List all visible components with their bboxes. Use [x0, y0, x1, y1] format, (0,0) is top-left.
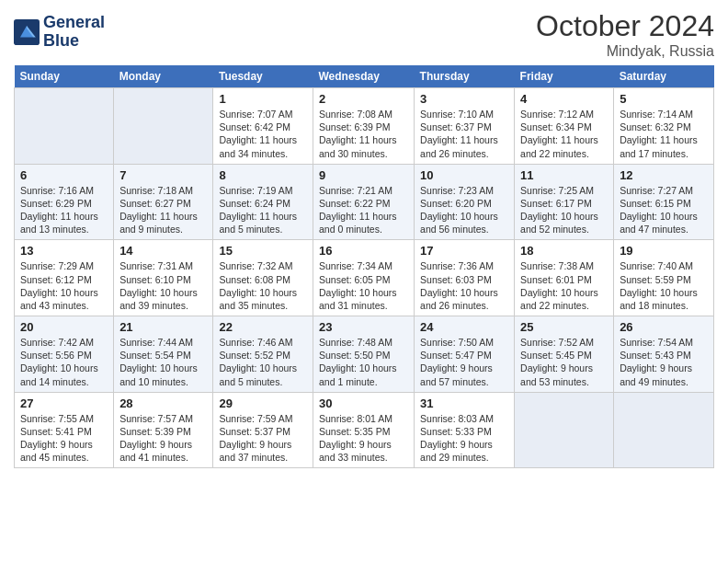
calendar-cell: 14Sunrise: 7:31 AM Sunset: 6:10 PM Dayli… [114, 240, 213, 316]
day-number: 8 [219, 168, 307, 182]
day-number: 21 [119, 320, 207, 334]
logo-text: General Blue [43, 14, 105, 51]
day-number: 31 [420, 396, 508, 410]
logo-icon [14, 19, 40, 45]
page-container: General Blue October 2024 Mindyak, Russi… [0, 0, 728, 477]
day-number: 17 [420, 244, 508, 258]
day-info: Sunrise: 7:12 AM Sunset: 6:34 PM Dayligh… [520, 108, 608, 160]
day-number: 10 [420, 168, 508, 182]
day-info: Sunrise: 7:44 AM Sunset: 5:54 PM Dayligh… [119, 336, 207, 388]
day-info: Sunrise: 7:07 AM Sunset: 6:42 PM Dayligh… [219, 108, 307, 160]
day-info: Sunrise: 7:36 AM Sunset: 6:03 PM Dayligh… [420, 259, 508, 312]
calendar-cell: 19Sunrise: 7:40 AM Sunset: 5:59 PM Dayli… [614, 240, 714, 316]
day-number: 26 [620, 320, 708, 334]
day-info: Sunrise: 7:59 AM Sunset: 5:37 PM Dayligh… [219, 412, 307, 465]
week-row-5: 27Sunrise: 7:55 AM Sunset: 5:41 PM Dayli… [15, 392, 714, 468]
calendar-cell: 23Sunrise: 7:48 AM Sunset: 5:50 PM Dayli… [313, 316, 414, 393]
day-info: Sunrise: 7:25 AM Sunset: 6:17 PM Dayligh… [520, 184, 608, 236]
calendar-cell: 27Sunrise: 7:55 AM Sunset: 5:41 PM Dayli… [15, 392, 114, 468]
day-info: Sunrise: 7:18 AM Sunset: 6:27 PM Dayligh… [119, 184, 207, 236]
day-number: 16 [319, 244, 408, 258]
day-number: 11 [520, 168, 608, 182]
calendar-cell [15, 88, 114, 165]
col-friday: Friday [515, 65, 614, 88]
day-info: Sunrise: 7:38 AM Sunset: 6:01 PM Dayligh… [520, 259, 608, 312]
day-number: 3 [420, 92, 508, 106]
week-row-4: 20Sunrise: 7:42 AM Sunset: 5:56 PM Dayli… [15, 316, 714, 393]
calendar-cell: 26Sunrise: 7:54 AM Sunset: 5:43 PM Dayli… [614, 316, 714, 393]
day-info: Sunrise: 7:40 AM Sunset: 5:59 PM Dayligh… [620, 259, 708, 312]
day-number: 27 [20, 396, 108, 410]
day-info: Sunrise: 7:52 AM Sunset: 5:45 PM Dayligh… [520, 336, 608, 388]
day-number: 23 [319, 320, 408, 334]
day-number: 15 [219, 244, 307, 258]
week-row-1: 1Sunrise: 7:07 AM Sunset: 6:42 PM Daylig… [15, 88, 714, 165]
calendar-cell: 30Sunrise: 8:01 AM Sunset: 5:35 PM Dayli… [313, 392, 414, 468]
week-row-2: 6Sunrise: 7:16 AM Sunset: 6:29 PM Daylig… [15, 164, 714, 240]
calendar-cell [114, 88, 213, 165]
day-info: Sunrise: 7:16 AM Sunset: 6:29 PM Dayligh… [20, 184, 108, 236]
calendar-cell: 7Sunrise: 7:18 AM Sunset: 6:27 PM Daylig… [114, 164, 213, 240]
day-info: Sunrise: 7:32 AM Sunset: 6:08 PM Dayligh… [219, 259, 307, 312]
calendar-cell: 18Sunrise: 7:38 AM Sunset: 6:01 PM Dayli… [515, 240, 614, 316]
day-info: Sunrise: 7:34 AM Sunset: 6:05 PM Dayligh… [319, 259, 408, 312]
day-number: 7 [119, 168, 207, 182]
day-number: 20 [20, 320, 108, 334]
day-info: Sunrise: 7:14 AM Sunset: 6:32 PM Dayligh… [620, 108, 708, 160]
day-info: Sunrise: 7:48 AM Sunset: 5:50 PM Dayligh… [319, 336, 408, 388]
day-info: Sunrise: 7:50 AM Sunset: 5:47 PM Dayligh… [420, 336, 508, 388]
day-number: 6 [20, 168, 108, 182]
calendar-cell: 29Sunrise: 7:59 AM Sunset: 5:37 PM Dayli… [213, 392, 313, 468]
day-number: 13 [20, 244, 108, 258]
calendar-cell [515, 392, 614, 468]
calendar-table: Sunday Monday Tuesday Wednesday Thursday… [14, 65, 714, 468]
calendar-cell: 22Sunrise: 7:46 AM Sunset: 5:52 PM Dayli… [213, 316, 313, 393]
calendar-cell: 5Sunrise: 7:14 AM Sunset: 6:32 PM Daylig… [614, 88, 714, 165]
day-number: 25 [520, 320, 608, 334]
col-thursday: Thursday [415, 65, 515, 88]
day-number: 22 [219, 320, 307, 334]
day-info: Sunrise: 7:55 AM Sunset: 5:41 PM Dayligh… [20, 412, 108, 465]
calendar-cell: 2Sunrise: 7:08 AM Sunset: 6:39 PM Daylig… [313, 88, 414, 165]
day-number: 29 [219, 396, 307, 410]
calendar-cell: 28Sunrise: 7:57 AM Sunset: 5:39 PM Dayli… [114, 392, 213, 468]
calendar-cell: 1Sunrise: 7:07 AM Sunset: 6:42 PM Daylig… [213, 88, 313, 165]
calendar-cell: 16Sunrise: 7:34 AM Sunset: 6:05 PM Dayli… [313, 240, 414, 316]
day-number: 12 [620, 168, 708, 182]
header-row: Sunday Monday Tuesday Wednesday Thursday… [15, 65, 714, 88]
calendar-cell: 15Sunrise: 7:32 AM Sunset: 6:08 PM Dayli… [213, 240, 313, 316]
calendar-cell: 6Sunrise: 7:16 AM Sunset: 6:29 PM Daylig… [15, 164, 114, 240]
calendar-cell: 20Sunrise: 7:42 AM Sunset: 5:56 PM Dayli… [15, 316, 114, 393]
day-number: 5 [620, 92, 708, 106]
day-info: Sunrise: 8:01 AM Sunset: 5:35 PM Dayligh… [319, 412, 408, 465]
day-number: 4 [520, 92, 608, 106]
day-info: Sunrise: 7:29 AM Sunset: 6:12 PM Dayligh… [20, 259, 108, 312]
logo-line2: Blue [43, 32, 105, 51]
day-info: Sunrise: 7:54 AM Sunset: 5:43 PM Dayligh… [620, 336, 708, 388]
calendar-cell: 24Sunrise: 7:50 AM Sunset: 5:47 PM Dayli… [415, 316, 515, 393]
day-info: Sunrise: 7:10 AM Sunset: 6:37 PM Dayligh… [420, 108, 508, 160]
day-number: 30 [319, 396, 408, 410]
calendar-cell: 13Sunrise: 7:29 AM Sunset: 6:12 PM Dayli… [15, 240, 114, 316]
day-number: 1 [219, 92, 307, 106]
col-saturday: Saturday [614, 65, 714, 88]
day-info: Sunrise: 8:03 AM Sunset: 5:33 PM Dayligh… [420, 412, 508, 465]
day-info: Sunrise: 7:23 AM Sunset: 6:20 PM Dayligh… [420, 184, 508, 236]
calendar-cell: 9Sunrise: 7:21 AM Sunset: 6:22 PM Daylig… [313, 164, 414, 240]
day-number: 2 [319, 92, 408, 106]
calendar-cell: 10Sunrise: 7:23 AM Sunset: 6:20 PM Dayli… [415, 164, 515, 240]
day-info: Sunrise: 7:27 AM Sunset: 6:15 PM Dayligh… [620, 184, 708, 236]
logo-line1: General [43, 14, 105, 32]
day-number: 9 [319, 168, 408, 182]
col-monday: Monday [114, 65, 213, 88]
day-info: Sunrise: 7:42 AM Sunset: 5:56 PM Dayligh… [20, 336, 108, 388]
day-number: 19 [620, 244, 708, 258]
calendar-cell: 3Sunrise: 7:10 AM Sunset: 6:37 PM Daylig… [415, 88, 515, 165]
day-number: 24 [420, 320, 508, 334]
day-info: Sunrise: 7:08 AM Sunset: 6:39 PM Dayligh… [319, 108, 408, 160]
day-info: Sunrise: 7:31 AM Sunset: 6:10 PM Dayligh… [119, 259, 207, 312]
day-number: 14 [119, 244, 207, 258]
header: General Blue October 2024 Mindyak, Russi… [14, 9, 714, 60]
calendar-cell: 8Sunrise: 7:19 AM Sunset: 6:24 PM Daylig… [213, 164, 313, 240]
day-number: 18 [520, 244, 608, 258]
